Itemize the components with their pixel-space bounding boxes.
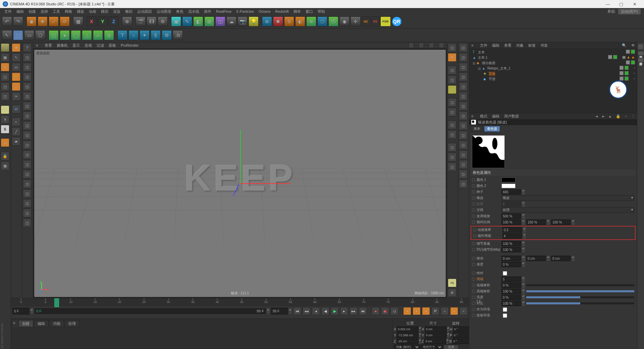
menu-render[interactable]: 渲染 bbox=[111, 9, 123, 14]
spin-icon[interactable]: ▴▾ bbox=[547, 219, 550, 225]
am-menu-icon[interactable]: ⋮ bbox=[631, 114, 635, 118]
spin-icon[interactable]: ▴▾ bbox=[523, 233, 526, 239]
prop-slider-input[interactable] bbox=[501, 283, 521, 288]
k6-button[interactable]: ▫ bbox=[450, 307, 458, 315]
spin2-icon[interactable]: ▴▾ bbox=[267, 308, 270, 314]
cube-button[interactable]: ◫ bbox=[49, 30, 59, 40]
color-swatch[interactable] bbox=[501, 178, 516, 182]
torus-button[interactable]: ◎ bbox=[104, 30, 114, 40]
s-icon[interactable]: S bbox=[1, 125, 9, 134]
tab-edit[interactable]: 编辑 bbox=[34, 320, 49, 327]
om-file[interactable]: 文件 bbox=[480, 43, 487, 48]
spin-icon[interactable]: ▴▾ bbox=[522, 247, 525, 252]
gizmo-x-axis[interactable] bbox=[240, 183, 290, 184]
prop-num-input[interactable] bbox=[502, 233, 522, 239]
rr15-icon[interactable]: ◫ bbox=[459, 180, 468, 188]
vp-btn3[interactable] bbox=[429, 43, 434, 48]
om-bookmarks[interactable]: 书签 bbox=[540, 43, 548, 48]
menu-help[interactable]: 帮助 bbox=[315, 9, 327, 14]
axis-x-button[interactable]: X bbox=[87, 16, 97, 27]
coord-pos-input[interactable] bbox=[397, 333, 418, 338]
tab-texture[interactable]: 纹理 bbox=[65, 320, 79, 327]
prop-num-input[interactable] bbox=[501, 241, 521, 246]
edge-tool-icon[interactable]: ╱ bbox=[12, 127, 20, 136]
move-tool-icon[interactable]: ✥ bbox=[12, 43, 20, 52]
rr7-icon[interactable]: ◫ bbox=[459, 102, 468, 110]
scale-button[interactable]: ⤢ bbox=[49, 16, 59, 27]
render-tag[interactable] bbox=[625, 66, 629, 70]
obj3-icon[interactable]: ◫ bbox=[1, 92, 9, 101]
rr1-icon[interactable]: ◫ bbox=[459, 43, 468, 52]
obj2-icon[interactable]: ◫ bbox=[1, 82, 9, 91]
prev-frame-button[interactable]: ◂ bbox=[312, 307, 320, 315]
prop-num-input[interactable] bbox=[501, 189, 521, 195]
mograph-cloner-button[interactable]: ⊛ bbox=[262, 16, 272, 27]
shader-preview[interactable] bbox=[472, 135, 505, 168]
lasso-tool-icon[interactable]: ◠ bbox=[12, 72, 20, 81]
fr-icon1[interactable] bbox=[638, 44, 643, 49]
k1-button[interactable]: ▫ bbox=[403, 307, 411, 315]
t9-icon[interactable]: ◫ bbox=[23, 131, 32, 140]
om-search-icon[interactable]: 🔍 bbox=[622, 43, 627, 48]
prop-v2-input[interactable] bbox=[526, 256, 546, 261]
om-tags[interactable]: 标签 bbox=[528, 43, 536, 48]
keyframe-button[interactable]: ◇ bbox=[390, 307, 398, 315]
mouse-icon[interactable]: 🖱 bbox=[1, 115, 9, 124]
rect-select-button[interactable]: ▭ bbox=[24, 30, 34, 40]
rr12-icon[interactable]: ◫ bbox=[459, 150, 468, 159]
q-icon[interactable]: ? bbox=[23, 43, 32, 52]
lock-icon[interactable]: 🔒 bbox=[1, 152, 9, 160]
t11-icon[interactable]: ◫ bbox=[23, 150, 32, 159]
render-tag[interactable] bbox=[613, 55, 617, 59]
attr-tab-shader[interactable]: 着色器 bbox=[484, 126, 500, 132]
spin-icon[interactable]: ▴▾ bbox=[522, 219, 525, 225]
render-tag[interactable] bbox=[631, 50, 635, 54]
tree-row[interactable]: ◆ 平滑 bbox=[471, 77, 636, 82]
prop-v2-input[interactable] bbox=[526, 219, 546, 225]
anim-dot-icon[interactable] bbox=[473, 228, 476, 232]
prop-slider[interactable] bbox=[526, 290, 634, 292]
t6-icon[interactable]: ◫ bbox=[23, 102, 32, 110]
t16-icon[interactable]: ◫ bbox=[23, 199, 32, 208]
anim-dot-icon[interactable] bbox=[473, 234, 476, 238]
anim-dot-icon[interactable] bbox=[472, 248, 475, 251]
rr13-icon[interactable]: ◫ bbox=[459, 160, 468, 169]
am-nav-fwd[interactable]: ▸ bbox=[602, 114, 604, 118]
eq1-icon[interactable]: =1 bbox=[448, 279, 457, 287]
mograph-effector-button[interactable]: ✱ bbox=[273, 16, 283, 27]
coord-apply-button[interactable]: 应用 bbox=[443, 345, 459, 349]
xp-button[interactable]: ✢ bbox=[351, 16, 361, 27]
menu-tools[interactable]: 工具 bbox=[50, 9, 62, 14]
prop-num-input[interactable] bbox=[502, 227, 522, 233]
rr6-icon[interactable]: ◫ bbox=[459, 92, 468, 101]
menu-plugins[interactable]: 插件 bbox=[202, 9, 214, 14]
menu-pipeline[interactable]: 流水线 bbox=[186, 9, 202, 14]
record-button[interactable]: ● bbox=[372, 307, 380, 315]
anim-dot-icon[interactable] bbox=[472, 263, 475, 266]
spin-icon[interactable]: ▴▾ bbox=[522, 301, 525, 306]
frame-start-input[interactable] bbox=[12, 308, 29, 314]
point-tool-icon[interactable]: ▪ bbox=[12, 117, 20, 126]
menu-create[interactable]: 创建 bbox=[26, 9, 38, 14]
r2-icon[interactable]: ✎ bbox=[448, 53, 457, 62]
t17-icon[interactable]: ◫ bbox=[23, 209, 32, 217]
light-button[interactable]: 💡 bbox=[249, 16, 259, 27]
t7-icon[interactable]: ◫ bbox=[23, 111, 32, 120]
expand-icon[interactable]: ⊟ bbox=[478, 67, 481, 70]
deformer-button[interactable]: ◫ bbox=[215, 16, 225, 27]
am-userdata[interactable]: 用户数据 bbox=[504, 114, 519, 119]
rr11-icon[interactable]: ◫ bbox=[459, 141, 468, 149]
spin-icon[interactable]: ▴▾ bbox=[419, 333, 421, 338]
layout-dropdown[interactable]: 启动(用户) bbox=[618, 9, 641, 14]
anim-dot-icon[interactable] bbox=[472, 178, 475, 182]
anim-dot-icon[interactable] bbox=[472, 190, 475, 194]
r6-icon[interactable]: ◫ bbox=[448, 98, 457, 107]
frame-end-input[interactable] bbox=[271, 308, 288, 314]
rr5-icon[interactable]: ◫ bbox=[459, 82, 468, 91]
spin-icon[interactable]: ▴▾ bbox=[522, 213, 525, 219]
last-tool-button[interactable]: ▦ bbox=[73, 16, 83, 27]
knife-tool-icon[interactable]: ✂ bbox=[12, 92, 20, 101]
menu-animate[interactable]: 动画 bbox=[87, 9, 99, 14]
anim-dot-icon[interactable] bbox=[472, 214, 475, 218]
menu-xparticles[interactable]: X-Particles bbox=[234, 9, 256, 13]
